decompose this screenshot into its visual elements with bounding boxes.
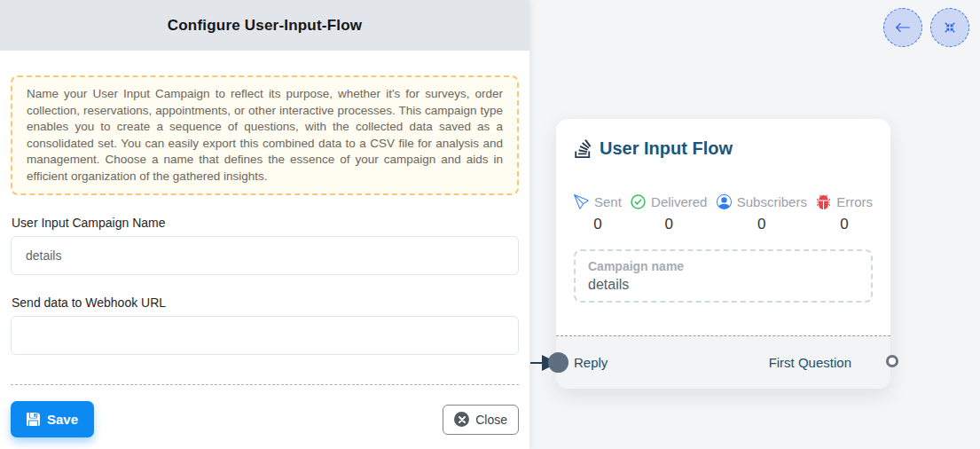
stack-icon bbox=[574, 139, 592, 158]
close-icon bbox=[454, 412, 469, 427]
reply-port-label: Reply bbox=[574, 355, 608, 370]
stats-row: Sent 0 Delivered bbox=[574, 194, 873, 233]
info-text: Name your User Input Campaign to reflect… bbox=[27, 86, 503, 185]
compress-icon bbox=[943, 20, 957, 35]
campaign-field-value: details bbox=[588, 277, 858, 293]
stat-subscribers: Subscribers 0 bbox=[717, 194, 807, 233]
check-circle-icon bbox=[631, 194, 646, 209]
stat-value: 0 bbox=[593, 216, 601, 233]
fit-view-button[interactable] bbox=[930, 8, 969, 47]
back-button[interactable] bbox=[883, 8, 922, 47]
reply-port[interactable] bbox=[548, 352, 568, 373]
campaign-name-display[interactable]: Campaign name details bbox=[574, 249, 873, 303]
stat-label: Errors bbox=[836, 194, 873, 209]
send-icon bbox=[574, 194, 589, 209]
app-root: Configure User-Input-Flow Name your User… bbox=[0, 0, 980, 449]
panel-body: Name your User Input Campaign to reflect… bbox=[0, 51, 529, 449]
first-question-port[interactable] bbox=[886, 355, 898, 367]
panel-header: Configure User-Input-Flow bbox=[0, 0, 529, 51]
node-title-row: User Input Flow bbox=[574, 138, 873, 159]
save-icon bbox=[27, 413, 40, 426]
campaign-name-label: User Input Campaign Name bbox=[12, 216, 519, 230]
stat-label: Subscribers bbox=[737, 194, 807, 209]
node-footer: Reply First Question bbox=[556, 335, 890, 389]
divider bbox=[11, 384, 519, 385]
node-title: User Input Flow bbox=[600, 138, 733, 159]
first-question-label: First Question bbox=[769, 355, 851, 370]
user-input-flow-node[interactable]: User Input Flow Sent 0 bbox=[556, 119, 890, 389]
node-body: User Input Flow Sent 0 bbox=[556, 119, 890, 303]
save-button[interactable]: Save bbox=[11, 401, 94, 437]
save-button-label: Save bbox=[47, 412, 78, 427]
info-box: Name your User Input Campaign to reflect… bbox=[11, 75, 519, 195]
bug-icon bbox=[816, 194, 831, 209]
arrow-left-icon bbox=[895, 20, 911, 35]
close-button[interactable]: Close bbox=[443, 405, 519, 435]
stat-value: 0 bbox=[840, 216, 848, 233]
configure-panel: Configure User-Input-Flow Name your User… bbox=[0, 0, 529, 449]
close-button-label: Close bbox=[475, 413, 507, 427]
webhook-url-label: Send data to Webhook URL bbox=[12, 295, 519, 310]
stat-value: 0 bbox=[665, 216, 673, 233]
stat-value: 0 bbox=[757, 216, 765, 233]
stat-sent: Sent 0 bbox=[574, 194, 622, 233]
flow-canvas[interactable]: User Input Flow Sent 0 bbox=[529, 0, 980, 449]
campaign-name-input[interactable] bbox=[11, 236, 519, 275]
stat-delivered: Delivered 0 bbox=[631, 194, 707, 233]
actions-row: Save Close bbox=[11, 401, 519, 437]
webhook-url-input[interactable] bbox=[11, 316, 519, 355]
panel-title: Configure User-Input-Flow bbox=[168, 17, 362, 35]
stat-label: Sent bbox=[594, 194, 622, 209]
stat-errors: Errors 0 bbox=[816, 194, 873, 233]
stat-label: Delivered bbox=[651, 194, 707, 209]
person-circle-icon bbox=[717, 194, 732, 209]
campaign-field-label: Campaign name bbox=[588, 259, 858, 273]
